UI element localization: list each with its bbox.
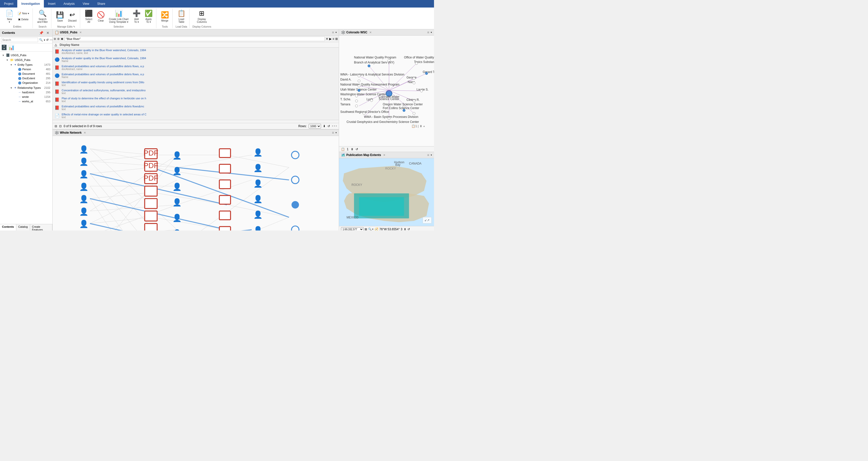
delete-button[interactable]: ✖ Delete [16,17,31,22]
publication-map-header: 🗺️ Publication Map Extents ✕ ≡ ▾ [339,152,434,158]
tree-row-organization[interactable]: ⬤ Organization 214 [13,81,51,85]
colo-pause-icon[interactable]: ⏸ [350,147,353,151]
run-search-icon[interactable]: ▶ [329,37,332,40]
select-all-icon: ⬛ [85,9,93,17]
publication-map-close[interactable]: ✕ [383,153,385,157]
search-options-icon[interactable]: ≡ [333,37,334,40]
map-pause-icon[interactable]: ⏸ [403,228,406,231]
tab-insert[interactable]: Insert [44,0,59,7]
colorado-wsc-dropdown-icon[interactable]: ▾ [431,31,432,34]
tree-row-hasextent[interactable]: → hasExtent 295 [13,90,51,94]
footer-refresh-icon[interactable]: ↺ [328,124,330,128]
whole-network-canvas[interactable]: 👤 👤 👤 👤 👤 👤 👤 👤 👤 👤 👤 👤 👤 👤 [53,136,339,231]
table-row[interactable]: 📄 Effects of metal-mine drainage on wate… [53,112,339,120]
tree-row-entity-types[interactable]: ▼ ✦ Entity Types 1473 [9,62,51,67]
svg-rect-109 [219,164,230,173]
clear-search-icon[interactable]: ✕ [326,37,328,40]
tree-row-works-at[interactable]: → works_at 653 [13,99,51,104]
load-table-button[interactable]: 📋 LoadTable [176,8,187,24]
footer-rows-label: Rows: [298,124,306,128]
search-filter-button[interactable]: 🔍 Searchand Filter [36,8,49,24]
new-button[interactable]: 📄 New▾ [4,8,15,24]
row-title-7: Estimated probabilities and volumes of p… [62,105,144,108]
footer-rows-select[interactable]: 1000 500 100 [309,124,321,128]
map-refresh-icon[interactable]: ↺ [407,228,410,231]
pin-icon[interactable]: 📌 [38,30,44,35]
clear-button[interactable]: 🚫 Clear [95,10,106,23]
select-all-button[interactable]: ⬛ SelectAll [83,8,94,24]
tree-children-rel-types: → hasExtent 295 → wrote 1154 [13,90,51,104]
pub-map-menu-icon[interactable]: ≡ [427,152,430,157]
apply-to-button[interactable]: ✅ ApplyTo ▾ [143,8,154,24]
delete-icon: ✖ [18,18,21,21]
tree-row-usgs-pubs-root[interactable]: ▼ 🗄️ USGS_Pubs [1,53,51,57]
tab-investigation[interactable]: Investigation [17,0,44,7]
whole-network-menu-icon[interactable]: ≡ [332,130,335,135]
colorado-wsc-close[interactable]: ✕ [369,31,372,34]
back-icon[interactable]: ⊕ [54,37,56,40]
tab-share[interactable]: Share [93,0,109,7]
tree-row-relationship-types[interactable]: ▼ ✦ Relationship Types 2102 [9,86,51,90]
dropdown-arrow-icon[interactable]: ▾ [44,39,45,41]
map-zoom-icon[interactable]: 🔍+ [368,228,374,231]
table-row[interactable]: 📕 Estimated probabilities and volumes of… [53,64,339,72]
merge-button[interactable]: 🔀 Merge [159,10,170,23]
add-to-button[interactable]: ➕ AddTo ▾ [131,8,142,24]
tree-row-docextent[interactable]: ⬤ DocExtent 295 [13,76,51,81]
create-link-chart-button[interactable]: 📊 Create Link ChartUsing Template ▾ [107,8,130,24]
table-pane-menu-icon[interactable]: ≡ [332,30,335,35]
tree-row-wrote[interactable]: → wrote 1154 [13,94,51,99]
contents-search-input[interactable] [1,38,38,42]
refresh-contents-icon[interactable]: ↺ [46,38,49,41]
table-row[interactable]: 🔵 Analysis of water quality in the Blue … [53,56,339,64]
table-row[interactable]: 📕 Identification of water-quality trends… [53,80,339,88]
contents-panel: Contents 📌 ✕ 🔍 ▾ ↺ ⋯ 🗄️ 📊 ▼ 🗄️ US [0,29,53,231]
discard-button[interactable]: ↩ Discard [66,10,78,23]
panel-tab-create-features[interactable]: Create Features [30,224,52,231]
scale-select[interactable]: 1:69,332,577 [341,227,364,231]
panel-tab-catalog[interactable]: Catalog [16,224,30,231]
forward-icon[interactable]: ⊕ [57,37,60,40]
tab-analysis[interactable]: Analysis [59,0,79,7]
row-subtitle-8: text [62,116,147,119]
tab-project[interactable]: Project [0,0,17,7]
table-body[interactable]: 📕 Analysis of water quality in the Blue … [53,48,339,120]
colorado-wsc-canvas[interactable]: Colorado Water Science Center [339,36,434,146]
row-content-3: Estimated probabilities and volumes of p… [62,73,144,79]
display-columns-button[interactable]: ⊞ DisplayColumns [195,8,208,24]
table-pane-close[interactable]: ✕ [80,31,82,34]
table-pane-dropdown-icon[interactable]: ▾ [336,31,337,34]
map-nav-icon[interactable]: ⊞ [365,228,367,231]
table-search-input[interactable] [65,37,325,41]
table-row[interactable]: 📕 Plan of study to determine the effect … [53,96,339,104]
tree-row-document[interactable]: ⬤ Document 481 [13,71,51,76]
more-options-icon[interactable]: ⋯ [50,38,53,41]
new-entity-button[interactable]: 📝 New ▾ [16,11,31,16]
map-canvas[interactable]: Hudson Bay CANADA MEXICO RO [339,158,434,226]
save-button[interactable]: 💾 Save [54,10,65,23]
close-panel-icon[interactable]: ✕ [45,30,50,35]
colorado-wsc-panel: 🕸️ Colorado WSC ✕ ≡ ▾ Colorado Water [339,29,434,152]
search-icon[interactable]: 🔍 [39,38,43,41]
colo-refresh-icon[interactable]: ↺ [355,147,358,151]
tree-row-usgs-pubs[interactable]: ▼ 📁 USGS_Pubs [5,58,51,62]
table-scrollbar-h[interactable] [53,120,339,123]
svg-text:Office of Water Quality: Office of Water Quality [404,56,434,59]
svg-text:👤: 👤 [79,145,89,154]
pub-map-dropdown-icon[interactable]: ▾ [431,154,432,156]
tab-view[interactable]: View [79,0,93,7]
panel-tab-contents[interactable]: Contents [0,224,16,231]
whole-network-dropdown-icon[interactable]: ▾ [336,132,337,134]
whole-network-close[interactable]: ✕ [84,131,86,135]
colorado-wsc-menu-icon[interactable]: ≡ [427,30,430,35]
entity-types-icon: ✦ [14,63,17,66]
tree-row-person[interactable]: ⬤ Person 483 [13,67,51,71]
table-row[interactable]: 📕 Estimated probabilities and volumes of… [53,104,339,112]
table-row[interactable]: 📕 Analysis of water quality in the Blue … [53,48,339,56]
footer-download-icon[interactable]: ⬇ [323,124,326,128]
table-row[interactable]: 🔵 Estimated probabilities and volumes of… [53,72,339,80]
history-icon[interactable]: ⏺ [61,37,64,40]
svg-text:Fort Collins Science Center: Fort Collins Science Center [383,106,420,110]
table-row[interactable]: 📕 Concentration of selected sulfonylurea… [53,88,339,96]
grid-view-icon[interactable]: ⊞ [335,37,338,40]
